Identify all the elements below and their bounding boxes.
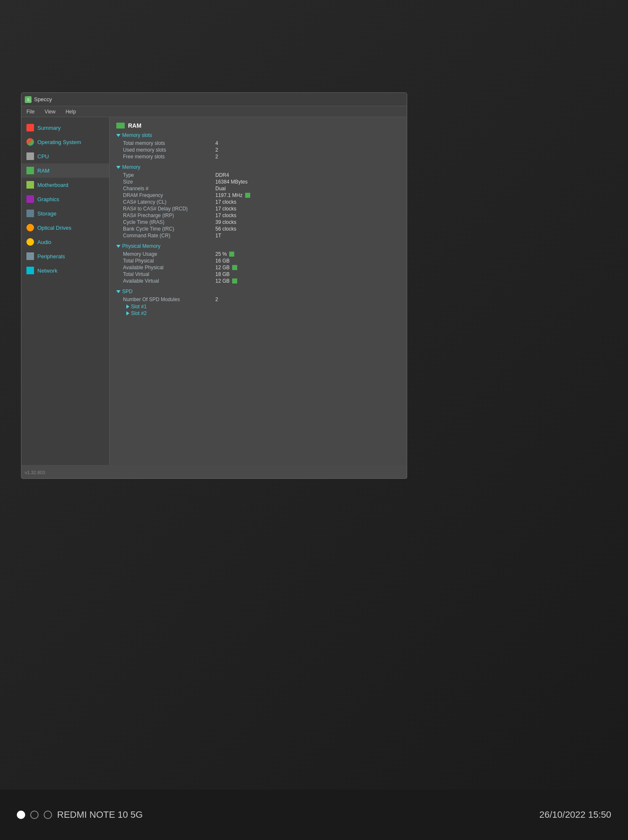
spd-slot1[interactable]: Slot #1 — [116, 303, 400, 310]
dot-2 — [30, 811, 39, 819]
trc-label: Bank Cycle Time (tRC) — [123, 226, 215, 232]
sidebar-item-summary[interactable]: Summary — [21, 121, 109, 135]
slot1-label: Slot #1 — [131, 304, 147, 310]
memory-size-row: Size 16384 MBytes — [116, 178, 400, 185]
memory-channels-value: Dual — [215, 186, 226, 192]
sidebar-label-ram: RAM — [37, 168, 50, 174]
total-virtual-label: Total Virtual — [123, 271, 215, 277]
dram-freq-label: DRAM Frequency — [123, 192, 215, 198]
dram-freq-value: 1197.1 MHz — [215, 192, 250, 198]
optical-icon — [26, 224, 34, 231]
app-title: Speccy — [34, 96, 52, 102]
ram-section-title: RAM — [128, 122, 141, 129]
memory-collapse-icon[interactable] — [116, 166, 120, 169]
sidebar-item-os[interactable]: Operating System — [21, 135, 109, 149]
os-icon — [26, 138, 34, 146]
right-panel: RAM Memory slots Total memory slots 4 Us… — [110, 117, 407, 465]
total-memory-slots-row: Total memory slots 4 — [116, 140, 400, 147]
memory-slots-section: Memory slots Total memory slots 4 Used m… — [116, 132, 400, 160]
spd-modules-value: 2 — [215, 297, 218, 302]
sidebar-label-storage: Storage — [37, 210, 57, 217]
available-physical-value: 12 GB — [215, 265, 237, 270]
menu-help[interactable]: Help — [64, 108, 78, 116]
total-physical-label: Total Physical — [123, 258, 215, 264]
phone-bottom-left: REDMI NOTE 10 5G — [17, 809, 143, 820]
available-physical-label: Available Physical — [123, 265, 215, 270]
memory-title: Memory — [122, 164, 140, 170]
spd-title: SPD — [122, 289, 133, 294]
total-memory-slots-value: 4 — [215, 140, 218, 146]
sidebar-item-cpu[interactable]: CPU — [21, 149, 109, 163]
sidebar-label-summary: Summary — [37, 125, 61, 131]
tras-label: Cycle Time (tRAS) — [123, 219, 215, 225]
memory-usage-value: 25 % — [215, 251, 234, 257]
used-memory-slots-label: Used memory slots — [123, 147, 215, 153]
trc-value: 56 clocks — [215, 226, 236, 232]
sidebar-item-motherboard[interactable]: Motherboard — [21, 178, 109, 192]
trp-label: RAS# Precharge (tRP) — [123, 213, 215, 218]
memory-slots-title: Memory slots — [122, 132, 152, 138]
version-label: v1.32.803 — [25, 470, 45, 475]
sidebar-label-network: Network — [37, 268, 58, 274]
memory-usage-label: Memory Usage — [123, 251, 215, 257]
free-memory-slots-label: Free memory slots — [123, 154, 215, 160]
memory-slots-collapse-icon[interactable] — [116, 134, 120, 137]
sidebar-item-storage[interactable]: Storage — [21, 206, 109, 220]
sidebar-item-peripherals[interactable]: Peripherals — [21, 249, 109, 263]
memory-size-label: Size — [123, 179, 215, 185]
memory-type-row: Type DDR4 — [116, 172, 400, 178]
spd-slot2[interactable]: Slot #2 — [116, 310, 400, 316]
memory-channels-label: Channels # — [123, 186, 215, 192]
physical-memory-section: Physical Memory Memory Usage 25 % Total … — [116, 243, 400, 284]
available-virtual-value: 12 GB — [215, 278, 237, 284]
sidebar-label-motherboard: Motherboard — [37, 182, 68, 188]
available-virtual-label: Available Virtual — [123, 278, 215, 284]
dot-3 — [44, 811, 52, 819]
graphics-icon — [26, 195, 34, 203]
used-memory-slots-value: 2 — [215, 147, 218, 153]
sidebar-item-ram[interactable]: RAM — [21, 163, 109, 178]
phone-datetime: 26/10/2022 15:50 — [539, 809, 611, 820]
cas-latency-row: CAS# Latency (CL) 17 clocks — [116, 199, 400, 205]
storage-icon — [26, 210, 34, 217]
spd-modules-row: Number Of SPD Modules 2 — [116, 296, 400, 303]
spd-header: SPD — [116, 289, 400, 294]
total-physical-value: 16 GB — [215, 258, 230, 264]
command-rate-row: Command Rate (CR) 1T — [116, 232, 400, 239]
sidebar-item-audio[interactable]: Audio — [21, 235, 109, 249]
trcd-row: RAS# to CAS# Delay (tRCD) 17 clocks — [116, 205, 400, 212]
cpu-icon — [26, 152, 34, 160]
sidebar-item-optical[interactable]: Optical Drives — [21, 220, 109, 235]
ram-section-icon — [116, 123, 125, 129]
title-bar: S Speccy — [21, 93, 407, 106]
network-icon — [26, 267, 34, 274]
tras-value: 39 clocks — [215, 219, 236, 225]
menu-bar: File View Help — [21, 106, 407, 117]
cas-latency-label: CAS# Latency (CL) — [123, 199, 215, 205]
menu-view[interactable]: View — [43, 108, 57, 116]
physical-memory-collapse-icon[interactable] — [116, 245, 120, 248]
motherboard-icon — [26, 181, 34, 189]
memory-slots-header: Memory slots — [116, 132, 400, 138]
sidebar-item-graphics[interactable]: Graphics — [21, 192, 109, 206]
available-virtual-indicator — [232, 278, 237, 284]
sidebar-item-network[interactable]: Network — [21, 263, 109, 278]
used-memory-slots-row: Used memory slots 2 — [116, 147, 400, 153]
phone-model: REDMI NOTE 10 5G — [57, 809, 143, 820]
memory-channels-row: Channels # Dual — [116, 185, 400, 192]
spd-collapse-icon[interactable] — [116, 290, 120, 293]
memory-size-value: 16384 MBytes — [215, 179, 248, 185]
memory-type-label: Type — [123, 172, 215, 178]
free-memory-slots-row: Free memory slots 2 — [116, 153, 400, 160]
physical-memory-header: Physical Memory — [116, 243, 400, 249]
menu-file[interactable]: File — [25, 108, 36, 116]
memory-usage-indicator — [229, 252, 234, 257]
physical-memory-title: Physical Memory — [122, 243, 160, 249]
memory-type-value: DDR4 — [215, 172, 229, 178]
dram-freq-indicator — [245, 193, 250, 198]
dot-1 — [17, 811, 25, 819]
app-icon: S — [25, 96, 31, 103]
total-physical-row: Total Physical 16 GB — [116, 257, 400, 264]
sidebar-label-optical: Optical Drives — [37, 225, 71, 231]
trp-row: RAS# Precharge (tRP) 17 clocks — [116, 212, 400, 219]
